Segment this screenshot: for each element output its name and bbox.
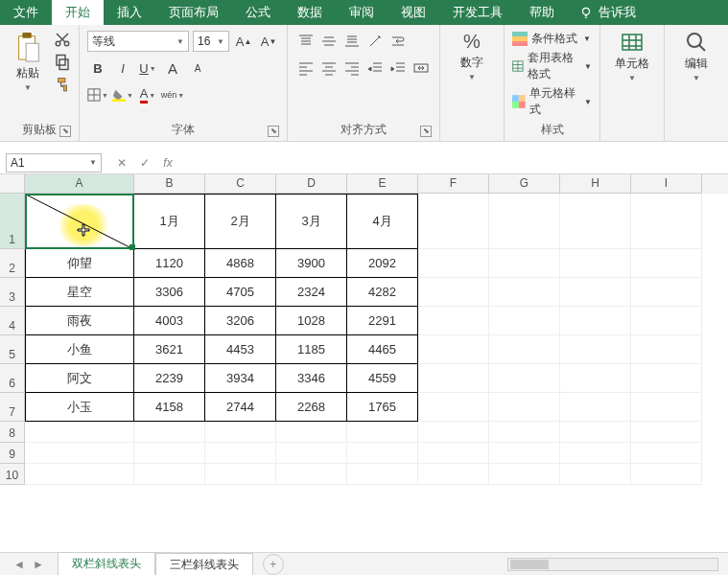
- cell[interactable]: [560, 335, 631, 364]
- fill-color-button[interactable]: ▼: [112, 84, 133, 105]
- cell[interactable]: [418, 364, 489, 393]
- column-header[interactable]: B: [134, 174, 205, 194]
- cell[interactable]: [489, 393, 560, 422]
- cell[interactable]: [25, 443, 134, 464]
- column-header[interactable]: I: [631, 174, 702, 194]
- cell[interactable]: [205, 443, 276, 464]
- cell[interactable]: 4465: [347, 335, 418, 364]
- row-header[interactable]: 3: [0, 278, 25, 307]
- tab-file[interactable]: 文件: [0, 0, 52, 25]
- cell[interactable]: 小鱼: [25, 335, 134, 364]
- cell[interactable]: 2291: [347, 307, 418, 335]
- sheet-tab[interactable]: 三栏斜线表头: [155, 553, 253, 575]
- cell[interactable]: [560, 249, 631, 278]
- cell[interactable]: 1120: [134, 249, 205, 278]
- italic-button[interactable]: I: [112, 58, 133, 79]
- cell[interactable]: 4月: [347, 194, 418, 249]
- cell[interactable]: [560, 278, 631, 307]
- cell[interactable]: [631, 249, 702, 278]
- tab-help[interactable]: 帮助: [516, 0, 568, 25]
- cell[interactable]: [560, 393, 631, 422]
- add-sheet-button[interactable]: +: [263, 554, 284, 575]
- wrap-text-button[interactable]: [387, 31, 409, 52]
- cell[interactable]: [418, 278, 489, 307]
- row-header[interactable]: 2: [0, 249, 25, 278]
- cell[interactable]: 仰望: [25, 249, 134, 278]
- align-center-button[interactable]: [318, 58, 340, 79]
- align-left-button[interactable]: [295, 58, 317, 79]
- cell[interactable]: 3621: [134, 335, 205, 364]
- cell[interactable]: [631, 307, 702, 335]
- cell[interactable]: [489, 364, 560, 393]
- row-header[interactable]: 1: [0, 194, 25, 249]
- cell[interactable]: [418, 422, 489, 443]
- cell[interactable]: 1765: [347, 393, 418, 422]
- align-bottom-button[interactable]: [341, 31, 363, 52]
- cell[interactable]: 2744: [205, 393, 276, 422]
- editing-button[interactable]: 编辑 ▼: [672, 31, 720, 82]
- cell[interactable]: [631, 393, 702, 422]
- row-header[interactable]: 10: [0, 464, 25, 485]
- cell[interactable]: [205, 422, 276, 443]
- copy-icon[interactable]: [54, 54, 71, 71]
- cells-button[interactable]: 单元格 ▼: [608, 31, 656, 82]
- align-top-button[interactable]: [295, 31, 317, 52]
- phonetic-button[interactable]: wén▼: [162, 84, 183, 105]
- cell[interactable]: [631, 443, 702, 464]
- cell[interactable]: [489, 249, 560, 278]
- row-header[interactable]: 4: [0, 307, 25, 335]
- cell[interactable]: [418, 335, 489, 364]
- tab-home[interactable]: 开始: [52, 0, 104, 25]
- dialog-launcher-icon[interactable]: ⬊: [59, 126, 71, 137]
- cell[interactable]: [489, 443, 560, 464]
- cell[interactable]: [418, 464, 489, 485]
- cell[interactable]: 4282: [347, 278, 418, 307]
- cell[interactable]: [560, 307, 631, 335]
- select-all-corner[interactable]: [0, 174, 25, 194]
- bold-button[interactable]: B: [87, 58, 108, 79]
- cell[interactable]: 4705: [205, 278, 276, 307]
- cell[interactable]: [134, 443, 205, 464]
- cell[interactable]: 4453: [205, 335, 276, 364]
- cell[interactable]: 阿文: [25, 364, 134, 393]
- cell[interactable]: 3月: [276, 194, 347, 249]
- cell[interactable]: 3346: [276, 364, 347, 393]
- grow-font-icon[interactable]: A: [162, 58, 183, 79]
- tab-insert[interactable]: 插入: [104, 0, 155, 25]
- cell[interactable]: [276, 422, 347, 443]
- cell[interactable]: 雨夜: [25, 307, 134, 335]
- tab-dev[interactable]: 开发工具: [439, 0, 516, 25]
- cell[interactable]: [418, 443, 489, 464]
- cell[interactable]: [276, 443, 347, 464]
- cell[interactable]: [489, 335, 560, 364]
- cell[interactable]: [418, 194, 489, 249]
- row-header[interactable]: 9: [0, 443, 25, 464]
- cell[interactable]: [489, 307, 560, 335]
- cell[interactable]: 2月: [205, 194, 276, 249]
- cell[interactable]: [418, 307, 489, 335]
- fx-icon[interactable]: fx: [161, 156, 175, 170]
- tab-data[interactable]: 数据: [284, 0, 336, 25]
- cell[interactable]: [560, 364, 631, 393]
- cell[interactable]: 3900: [276, 249, 347, 278]
- cell[interactable]: 2092: [347, 249, 418, 278]
- cell[interactable]: [631, 194, 702, 249]
- underline-button[interactable]: U▼: [137, 58, 158, 79]
- cell[interactable]: 4158: [134, 393, 205, 422]
- cell-styles-button[interactable]: 单元格样式▼: [512, 85, 592, 118]
- sheet-tab[interactable]: 双栏斜线表头: [58, 552, 155, 575]
- cell[interactable]: [418, 249, 489, 278]
- cell[interactable]: [631, 364, 702, 393]
- dialog-launcher-icon[interactable]: ⬊: [268, 126, 279, 137]
- tab-review[interactable]: 审阅: [336, 0, 387, 25]
- cell[interactable]: [276, 464, 347, 485]
- column-header[interactable]: D: [276, 174, 347, 194]
- orientation-button[interactable]: [364, 31, 386, 52]
- cell[interactable]: 3206: [205, 307, 276, 335]
- cell[interactable]: [418, 393, 489, 422]
- cell[interactable]: [560, 464, 631, 485]
- cell[interactable]: 2239: [134, 364, 205, 393]
- column-header[interactable]: H: [560, 174, 631, 194]
- cell[interactable]: [25, 464, 134, 485]
- tab-view[interactable]: 视图: [387, 0, 439, 25]
